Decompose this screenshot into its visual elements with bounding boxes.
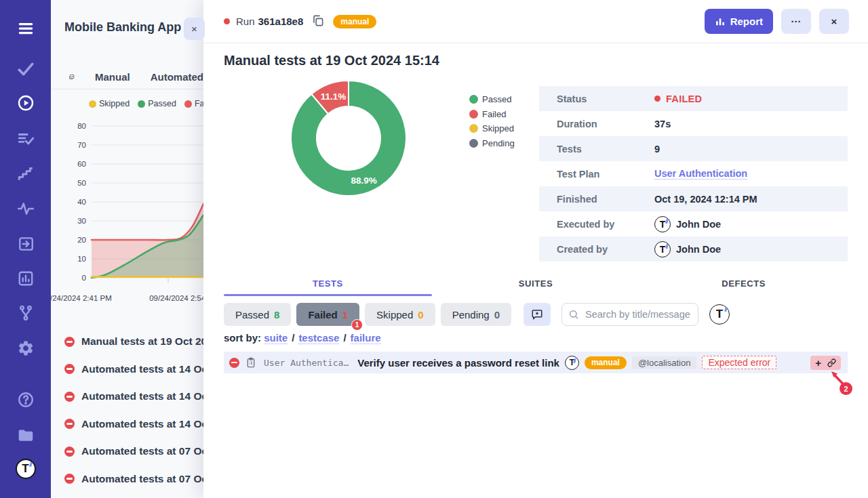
run-list-item[interactable]: Automated tests at 14 Oct 2024 — [51, 356, 203, 383]
add-icon[interactable]: + — [815, 358, 821, 368]
failed-status-icon — [64, 474, 75, 484]
assignee-filter-avatar[interactable]: T — [709, 304, 730, 325]
project-panel-tabs: Manual Automated — [51, 65, 203, 89]
section-tabs: TESTSSUITESDEFECTS — [224, 272, 848, 296]
mini-chart-legend: SkippedPassedFailed — [89, 99, 203, 108]
test-tag[interactable]: @localisation — [632, 356, 697, 369]
test-title[interactable]: Verify user receives a password reset li… — [357, 357, 559, 369]
legend-dot — [469, 95, 478, 104]
search-icon — [568, 309, 579, 320]
section-tab-defects[interactable]: DEFECTS — [639, 272, 848, 296]
summary-value: User Authentication — [654, 168, 747, 180]
tab-automated[interactable]: Automated — [151, 71, 203, 83]
message-plus-icon — [531, 308, 543, 320]
legend-label: Failed — [195, 99, 203, 108]
report-button[interactable]: Report — [705, 9, 773, 34]
close-drawer-button[interactable]: × — [819, 9, 849, 34]
link-icon[interactable] — [827, 358, 836, 367]
status-text: FAILED — [666, 94, 702, 104]
sort-option-testcase[interactable]: testcase — [298, 332, 339, 344]
sort-option-failure[interactable]: failure — [351, 332, 381, 344]
failed-status-icon — [64, 447, 75, 457]
summary-value: TJohn Doe — [654, 241, 721, 257]
assignee-avatar: T — [565, 356, 579, 370]
svg-text:50: 50 — [77, 179, 86, 187]
analytics-icon[interactable] — [16, 269, 35, 288]
settings-gear-icon[interactable] — [16, 339, 35, 358]
add-comment-button[interactable] — [524, 303, 551, 326]
legend-item: Skipped — [89, 99, 130, 108]
suite-name[interactable]: User Authentica… — [264, 358, 349, 368]
summary-value: 37s — [654, 119, 671, 129]
run-list-item[interactable]: Automated tests at 14 Oct 2024 — [51, 411, 203, 438]
svg-text:88.9%: 88.9% — [351, 175, 376, 186]
section-tab-suites[interactable]: SUITES — [432, 272, 640, 296]
more-actions-button[interactable]: ··· — [781, 9, 811, 34]
run-item-label: Automated tests at 07 Oct 2024 — [81, 445, 203, 457]
legend-label: Skipped — [482, 123, 514, 133]
summary-text: 37s — [654, 119, 671, 129]
summary-row: Executed byTJohn Doe — [539, 211, 848, 236]
tab-manual[interactable]: Manual — [95, 71, 130, 83]
failed-status-icon — [64, 364, 75, 374]
bar-chart-icon — [715, 16, 726, 27]
section-tab-tests[interactable]: TESTS — [224, 272, 432, 296]
filter-label: Failed — [308, 309, 337, 320]
copy-run-id-icon[interactable] — [310, 14, 325, 29]
run-list-item[interactable]: Automated tests at 07 Oct 2024 — [51, 465, 203, 493]
run-item-label: Automated tests at 14 Oct 2024 — [81, 363, 203, 375]
filter-passed[interactable]: Passed8 — [224, 303, 291, 326]
project-panel: Mobile Banking App Manual Automated Skip… — [51, 0, 203, 498]
status-filters: Passed8Failed11Skipped0Pending0 — [224, 303, 517, 326]
workspace-logo-avatar[interactable]: T — [16, 459, 35, 478]
menu-icon[interactable] — [16, 19, 35, 38]
filter-skipped[interactable]: Skipped0 — [365, 303, 435, 326]
sort-by-label: sort by: — [224, 332, 261, 344]
svg-text:30: 30 — [77, 217, 86, 225]
summary-label: Status — [539, 94, 654, 104]
test-result-row[interactable]: User Authentica… Verify user receives a … — [224, 352, 848, 373]
svg-text:09/24/2024 2:54 PM: 09/24/2024 2:54 PM — [149, 294, 203, 302]
svg-text:20: 20 — [77, 236, 86, 244]
legend-item: Passed — [138, 99, 176, 108]
run-list-item[interactable]: Manual tests at 19 Oct 2024 — [51, 328, 203, 356]
failed-status-icon — [64, 337, 75, 347]
expected-error-badge: Expected error — [702, 356, 776, 369]
svg-text:09/24/2024 2:41 PM: 09/24/2024 2:41 PM — [51, 294, 112, 302]
failed-status-icon — [229, 358, 239, 368]
icon-rail: T — [0, 0, 51, 498]
legend-dot — [469, 110, 478, 119]
clipboard-icon — [245, 357, 256, 368]
drawer-collapse-button[interactable]: × — [184, 18, 205, 40]
run-details-drawer: × Run 361a18e8 manual Report ··· × Manua… — [203, 0, 868, 498]
filter-pending[interactable]: Pending0 — [441, 303, 511, 326]
run-list-item[interactable]: Automated tests at 07 Oct 2024 — [51, 438, 203, 465]
notification-badge: 1 — [351, 319, 363, 331]
test-list-icon[interactable] — [16, 129, 35, 148]
milestones-icon[interactable] — [16, 165, 35, 184]
check-icon[interactable] — [16, 60, 35, 79]
select-runs-icon[interactable] — [68, 70, 75, 84]
pulse-icon[interactable] — [16, 199, 35, 218]
user-name: John Doe — [676, 244, 721, 255]
projects-folder-icon[interactable] — [16, 426, 35, 444]
filter-count: 0 — [418, 309, 423, 320]
import-icon[interactable] — [16, 234, 35, 253]
runs-play-icon[interactable] — [16, 94, 35, 112]
filter-failed[interactable]: Failed11 — [296, 303, 359, 326]
sort-option-suite[interactable]: suite — [264, 332, 288, 344]
help-icon[interactable] — [16, 390, 35, 409]
test-plan-link[interactable]: User Authentication — [654, 168, 747, 180]
legend-label: Passed — [482, 94, 511, 104]
run-header: Run 361a18e8 manual Report ··· × — [203, 0, 868, 43]
filter-label: Skipped — [376, 309, 413, 320]
run-list-item[interactable]: Automated tests at 14 Oct 2024 — [51, 383, 203, 411]
search-input[interactable] — [561, 303, 698, 326]
summary-label: Test Plan — [539, 169, 654, 180]
branch-icon[interactable] — [16, 304, 35, 323]
summary-value: Oct 19, 2024 12:14 PM — [654, 194, 757, 205]
row-actions: + — [810, 356, 841, 370]
search-wrap — [561, 303, 698, 326]
summary-row: Created byTJohn Doe — [539, 236, 848, 262]
legend-dot — [89, 100, 96, 108]
